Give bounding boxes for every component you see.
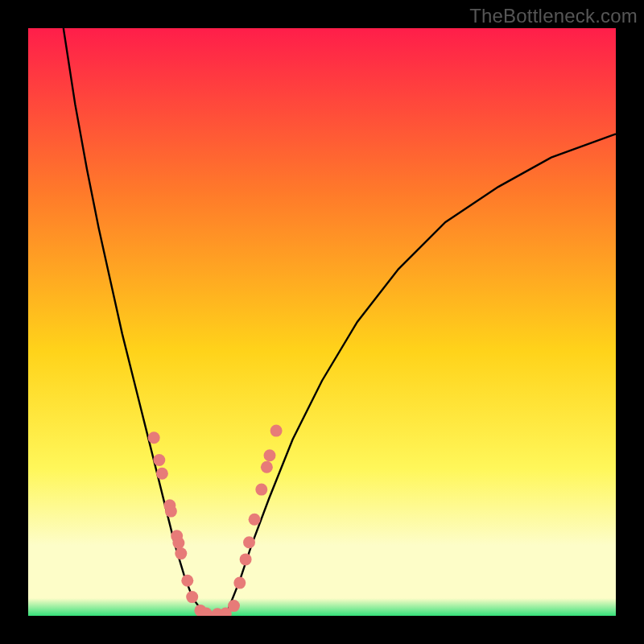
data-dot <box>264 449 276 461</box>
data-dot <box>240 553 252 565</box>
data-dot <box>175 547 187 559</box>
chart-container: TheBottleneck.com <box>0 0 644 644</box>
data-dot <box>165 506 177 518</box>
data-dot <box>186 591 198 603</box>
data-dot <box>156 468 168 480</box>
curve-layer <box>28 28 616 616</box>
data-dot <box>249 514 261 526</box>
data-dot <box>270 425 283 437</box>
data-dot <box>228 600 240 612</box>
data-dot <box>172 537 184 549</box>
data-dot <box>255 484 267 496</box>
data-dot <box>233 577 246 589</box>
data-dot <box>148 431 160 444</box>
data-dot <box>153 454 165 466</box>
data-dot <box>243 536 255 548</box>
watermark-text: TheBottleneck.com <box>469 5 638 27</box>
data-dot <box>261 461 273 473</box>
data-dot <box>181 575 193 587</box>
bottleneck-curve <box>64 28 616 616</box>
plot-area <box>28 28 616 616</box>
